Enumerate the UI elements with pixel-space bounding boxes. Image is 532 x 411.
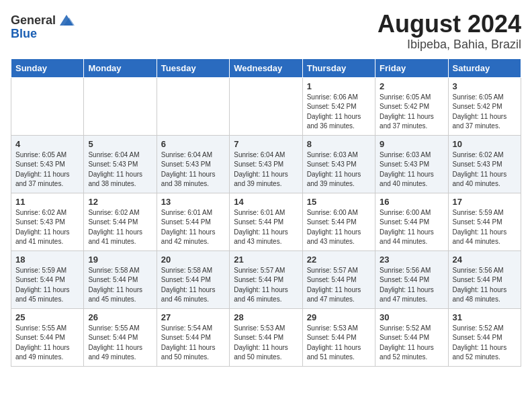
calendar-cell: 29Sunrise: 5:53 AM Sunset: 5:44 PM Dayli… — [302, 308, 375, 366]
calendar-cell — [230, 77, 302, 135]
day-header-sunday: Sunday — [11, 58, 84, 77]
day-header-friday: Friday — [375, 58, 448, 77]
day-info: Sunrise: 6:02 AM Sunset: 5:44 PM Dayligh… — [88, 208, 152, 247]
day-number: 30 — [380, 312, 443, 322]
calendar-cell: 31Sunrise: 5:52 AM Sunset: 5:44 PM Dayli… — [448, 308, 521, 366]
logo-icon — [57, 11, 76, 30]
day-number: 11 — [15, 197, 79, 207]
calendar-cell: 11Sunrise: 6:02 AM Sunset: 5:43 PM Dayli… — [11, 193, 84, 250]
calendar-cell: 8Sunrise: 6:03 AM Sunset: 5:43 PM Daylig… — [302, 135, 375, 193]
calendar-cell: 23Sunrise: 5:56 AM Sunset: 5:44 PM Dayli… — [375, 250, 448, 308]
day-number: 14 — [234, 197, 298, 207]
week-row-3: 11Sunrise: 6:02 AM Sunset: 5:43 PM Dayli… — [11, 193, 521, 250]
day-header-row: SundayMondayTuesdayWednesdayThursdayFrid… — [11, 58, 521, 77]
day-number: 29 — [307, 312, 371, 322]
calendar-cell: 1Sunrise: 6:06 AM Sunset: 5:42 PM Daylig… — [302, 77, 375, 135]
day-number: 24 — [453, 255, 517, 265]
day-number: 4 — [15, 139, 79, 149]
day-number: 5 — [88, 139, 152, 149]
day-info: Sunrise: 5:58 AM Sunset: 5:44 PM Dayligh… — [161, 266, 225, 305]
day-info: Sunrise: 6:00 AM Sunset: 5:44 PM Dayligh… — [380, 208, 443, 247]
day-number: 21 — [234, 255, 298, 265]
calendar-cell: 12Sunrise: 6:02 AM Sunset: 5:44 PM Dayli… — [84, 193, 157, 250]
day-number: 12 — [88, 197, 152, 207]
calendar-cell — [157, 77, 229, 135]
calendar-cell: 10Sunrise: 6:02 AM Sunset: 5:43 PM Dayli… — [448, 135, 521, 193]
title-block: August 2024 Ibipeba, Bahia, Brazil — [378, 11, 521, 52]
day-info: Sunrise: 6:05 AM Sunset: 5:43 PM Dayligh… — [15, 150, 79, 189]
day-info: Sunrise: 6:01 AM Sunset: 5:44 PM Dayligh… — [234, 208, 298, 247]
day-header-tuesday: Tuesday — [157, 58, 229, 77]
day-number: 1 — [307, 81, 371, 91]
week-row-2: 4Sunrise: 6:05 AM Sunset: 5:43 PM Daylig… — [11, 135, 521, 193]
day-number: 23 — [380, 255, 443, 265]
day-info: Sunrise: 6:04 AM Sunset: 5:43 PM Dayligh… — [161, 150, 225, 189]
day-number: 6 — [161, 139, 225, 149]
day-number: 2 — [380, 81, 443, 91]
day-number: 15 — [307, 197, 371, 207]
calendar-cell: 19Sunrise: 5:58 AM Sunset: 5:44 PM Dayli… — [84, 250, 157, 308]
day-number: 22 — [307, 255, 371, 265]
day-info: Sunrise: 6:06 AM Sunset: 5:42 PM Dayligh… — [307, 93, 371, 132]
day-info: Sunrise: 6:02 AM Sunset: 5:43 PM Dayligh… — [15, 208, 79, 247]
day-info: Sunrise: 5:59 AM Sunset: 5:44 PM Dayligh… — [15, 266, 79, 305]
day-info: Sunrise: 6:01 AM Sunset: 5:44 PM Dayligh… — [161, 208, 225, 247]
calendar-cell: 13Sunrise: 6:01 AM Sunset: 5:44 PM Dayli… — [157, 193, 229, 250]
logo-blue: Blue — [11, 27, 37, 41]
day-number: 8 — [307, 139, 371, 149]
calendar-cell: 15Sunrise: 6:00 AM Sunset: 5:44 PM Dayli… — [302, 193, 375, 250]
calendar-cell: 2Sunrise: 6:05 AM Sunset: 5:42 PM Daylig… — [375, 77, 448, 135]
page-header: General Blue August 2024 Ibipeba, Bahia,… — [11, 11, 521, 52]
calendar-cell: 25Sunrise: 5:55 AM Sunset: 5:44 PM Dayli… — [11, 308, 84, 366]
day-header-wednesday: Wednesday — [230, 58, 302, 77]
calendar-cell — [11, 77, 84, 135]
week-row-1: 1Sunrise: 6:06 AM Sunset: 5:42 PM Daylig… — [11, 77, 521, 135]
calendar-cell: 7Sunrise: 6:04 AM Sunset: 5:43 PM Daylig… — [230, 135, 302, 193]
calendar-subtitle: Ibipeba, Bahia, Brazil — [378, 38, 521, 52]
logo-general: General — [11, 13, 56, 28]
calendar-cell: 4Sunrise: 6:05 AM Sunset: 5:43 PM Daylig… — [11, 135, 84, 193]
day-info: Sunrise: 5:53 AM Sunset: 5:44 PM Dayligh… — [234, 324, 298, 363]
day-header-saturday: Saturday — [448, 58, 521, 77]
day-info: Sunrise: 6:00 AM Sunset: 5:44 PM Dayligh… — [307, 208, 371, 247]
day-number: 17 — [453, 197, 517, 207]
day-info: Sunrise: 5:57 AM Sunset: 5:44 PM Dayligh… — [234, 266, 298, 305]
week-row-4: 18Sunrise: 5:59 AM Sunset: 5:44 PM Dayli… — [11, 250, 521, 308]
calendar-cell: 28Sunrise: 5:53 AM Sunset: 5:44 PM Dayli… — [230, 308, 302, 366]
day-number: 25 — [15, 312, 79, 322]
day-number: 26 — [88, 312, 152, 322]
day-info: Sunrise: 6:04 AM Sunset: 5:43 PM Dayligh… — [234, 150, 298, 189]
logo: General Blue — [11, 11, 76, 41]
calendar-cell: 16Sunrise: 6:00 AM Sunset: 5:44 PM Dayli… — [375, 193, 448, 250]
day-number: 28 — [234, 312, 298, 322]
day-info: Sunrise: 6:02 AM Sunset: 5:43 PM Dayligh… — [453, 150, 517, 189]
day-info: Sunrise: 5:55 AM Sunset: 5:44 PM Dayligh… — [88, 324, 152, 363]
calendar-cell: 9Sunrise: 6:03 AM Sunset: 5:43 PM Daylig… — [375, 135, 448, 193]
calendar-cell: 24Sunrise: 5:56 AM Sunset: 5:44 PM Dayli… — [448, 250, 521, 308]
day-info: Sunrise: 5:55 AM Sunset: 5:44 PM Dayligh… — [15, 324, 79, 363]
calendar-cell: 5Sunrise: 6:04 AM Sunset: 5:43 PM Daylig… — [84, 135, 157, 193]
day-number: 7 — [234, 139, 298, 149]
day-info: Sunrise: 5:53 AM Sunset: 5:44 PM Dayligh… — [307, 324, 371, 363]
day-header-monday: Monday — [84, 58, 157, 77]
day-info: Sunrise: 5:52 AM Sunset: 5:44 PM Dayligh… — [380, 324, 443, 363]
day-number: 27 — [161, 312, 225, 322]
calendar-table: SundayMondayTuesdayWednesdayThursdayFrid… — [11, 58, 521, 367]
day-number: 13 — [161, 197, 225, 207]
day-number: 19 — [88, 255, 152, 265]
calendar-cell: 21Sunrise: 5:57 AM Sunset: 5:44 PM Dayli… — [230, 250, 302, 308]
calendar-cell: 14Sunrise: 6:01 AM Sunset: 5:44 PM Dayli… — [230, 193, 302, 250]
day-number: 9 — [380, 139, 443, 149]
day-info: Sunrise: 5:57 AM Sunset: 5:44 PM Dayligh… — [307, 266, 371, 305]
day-info: Sunrise: 6:03 AM Sunset: 5:43 PM Dayligh… — [380, 150, 443, 189]
calendar-cell: 30Sunrise: 5:52 AM Sunset: 5:44 PM Dayli… — [375, 308, 448, 366]
day-number: 16 — [380, 197, 443, 207]
day-number: 3 — [453, 81, 517, 91]
calendar-cell — [84, 77, 157, 135]
calendar-title: August 2024 — [378, 11, 521, 38]
day-info: Sunrise: 5:59 AM Sunset: 5:44 PM Dayligh… — [453, 208, 517, 247]
day-info: Sunrise: 6:05 AM Sunset: 5:42 PM Dayligh… — [380, 93, 443, 132]
day-info: Sunrise: 5:54 AM Sunset: 5:44 PM Dayligh… — [161, 324, 225, 363]
calendar-cell: 18Sunrise: 5:59 AM Sunset: 5:44 PM Dayli… — [11, 250, 84, 308]
week-row-5: 25Sunrise: 5:55 AM Sunset: 5:44 PM Dayli… — [11, 308, 521, 366]
